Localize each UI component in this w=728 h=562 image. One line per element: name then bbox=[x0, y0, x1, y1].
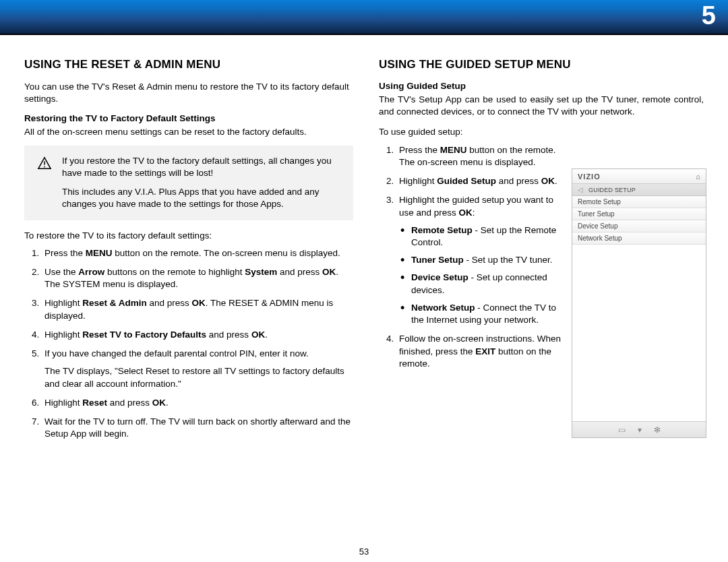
callout-paragraph-1: If you restore the TV to the factory def… bbox=[62, 155, 341, 179]
osd-item-tuner: Tuner Setup bbox=[572, 208, 706, 220]
left-subhead: Restoring the TV to Factory Default Sett… bbox=[24, 113, 353, 123]
osd-item-device: Device Setup bbox=[572, 220, 706, 232]
home-icon: ⌂ bbox=[696, 173, 700, 181]
bullet-device: Device Setup - Set up connected devices. bbox=[400, 272, 566, 296]
chapter-header-band: 5 bbox=[0, 0, 728, 35]
left-subintro: All of the on-screen menu settings can b… bbox=[24, 126, 353, 138]
gear-icon: ✻ bbox=[654, 425, 661, 435]
step-5-para: The TV displays, "Select Reset to restor… bbox=[44, 365, 353, 389]
osd-panel: VIZIO ⌂ ◁ GUIDED SETUP Remote Setup Tune… bbox=[572, 168, 706, 438]
rstep-2: Highlight Guided Setup and press OK. bbox=[396, 175, 566, 187]
right-intro: The TV's Setup App can be used to easily… bbox=[379, 94, 704, 118]
step-5: If you have changed the default parental… bbox=[42, 348, 353, 390]
step-6: Highlight Reset and press OK. bbox=[42, 397, 353, 409]
right-steps: Press the MENU button on the remote. The… bbox=[396, 144, 566, 370]
left-column: USING THE RESET & ADMIN MENU You can use… bbox=[24, 58, 353, 447]
right-subhead: Using Guided Setup bbox=[379, 81, 704, 91]
bullet-remote: Remote Setup - Set up the Remote Control… bbox=[400, 224, 566, 249]
right-heading: USING THE GUIDED SETUP MENU bbox=[379, 58, 704, 71]
chapter-number: 5 bbox=[702, 1, 716, 30]
rstep-4: Follow the on-screen instructions. When … bbox=[396, 333, 566, 370]
bullet-network: Network Setup - Connect the TV to the In… bbox=[400, 302, 566, 326]
page-number-bottom: 53 bbox=[0, 547, 728, 557]
step-2: Use the Arrow buttons on the remote to h… bbox=[42, 266, 353, 290]
chevron-down-icon: ▾ bbox=[638, 425, 642, 435]
left-heading: USING THE RESET & ADMIN MENU bbox=[24, 58, 353, 71]
step-4: Highlight Reset TV to Factory Defaults a… bbox=[42, 329, 353, 341]
left-steps: Press the MENU button on the remote. The… bbox=[42, 247, 353, 441]
back-icon: ◁ bbox=[578, 186, 583, 193]
svg-point-1 bbox=[44, 166, 45, 167]
step-1: Press the MENU button on the remote. The… bbox=[42, 247, 353, 259]
callout-paragraph-2: This includes any V.I.A. Plus Apps that … bbox=[62, 186, 341, 210]
osd-title: GUIDED SETUP bbox=[588, 187, 636, 193]
warning-icon bbox=[36, 155, 53, 211]
step-7: Wait for the TV to turn off. The TV will… bbox=[42, 416, 353, 440]
osd-item-remote: Remote Setup bbox=[572, 196, 706, 208]
rstep-1: Press the MENU button on the remote. The… bbox=[396, 144, 566, 168]
rstep-3: Highlight the guided setup you want to u… bbox=[396, 194, 566, 326]
restore-intro: To restore the TV to its factory default… bbox=[24, 230, 353, 242]
osd-item-network: Network Setup bbox=[572, 232, 706, 245]
right-column: USING THE GUIDED SETUP MENU Using Guided… bbox=[379, 58, 704, 447]
right-use-intro: To use guided setup: bbox=[379, 126, 704, 138]
step-3: Highlight Reset & Admin and press OK. Th… bbox=[42, 297, 353, 321]
osd-logo: VIZIO bbox=[578, 173, 601, 181]
wide-icon: ▭ bbox=[618, 425, 626, 435]
warning-callout: If you restore the TV to the factory def… bbox=[24, 146, 353, 220]
left-intro: You can use the TV's Reset & Admin menu … bbox=[24, 81, 353, 105]
bullet-tuner: Tuner Setup - Set up the TV tuner. bbox=[400, 254, 566, 266]
